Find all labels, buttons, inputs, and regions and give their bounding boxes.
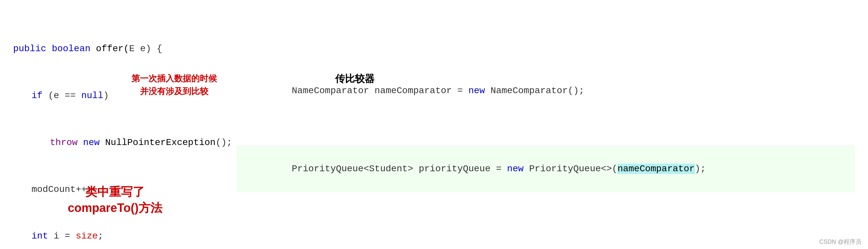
left-section: public boolean offer(E e) { if (e == nul… [13, 6, 217, 243]
right-code-block: NameComparator nameComparator = new Name… [237, 36, 855, 223]
bottom-label: 类中重写了compareTo()方法 [64, 184, 166, 216]
right-line-1: NameComparator nameComparator = new Name… [237, 67, 855, 114]
annotation-comparator: 传比较器 [335, 72, 375, 85]
watermark: CSDN @程序员 [819, 238, 861, 246]
right-section: NameComparator nameComparator = new Name… [237, 6, 855, 243]
annotation-first-insert: 第一次插入数据的时候 并没有涉及到比较 [131, 72, 217, 98]
code-line-3: throw new NullPointerException(); [13, 135, 217, 151]
code-line-5: int i = size; [13, 228, 217, 244]
right-line-2: PriorityQueue<Student> priorityQueue = n… [237, 145, 855, 192]
main-container: public boolean offer(E e) { if (e == nul… [0, 0, 868, 249]
code-line-1: public boolean offer(E e) { [13, 41, 217, 57]
right-code-area: NameComparator nameComparator = new Name… [237, 36, 855, 223]
